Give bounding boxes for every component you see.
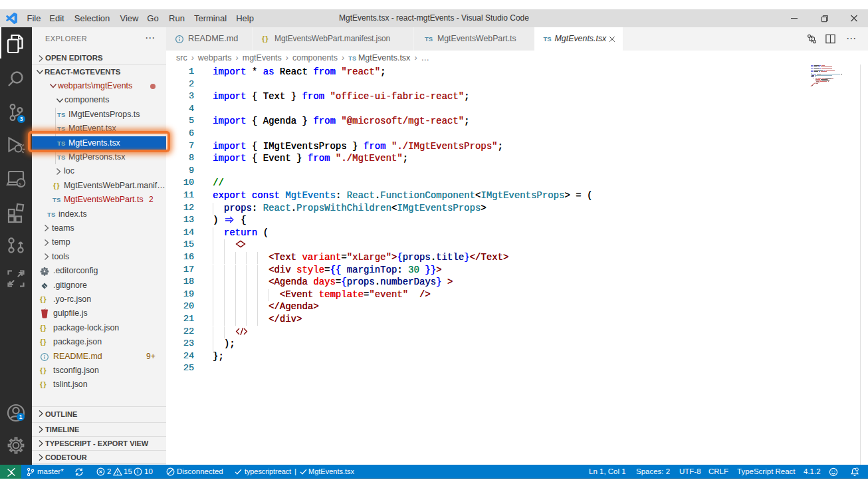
svg-text:s: s: [19, 181, 21, 187]
